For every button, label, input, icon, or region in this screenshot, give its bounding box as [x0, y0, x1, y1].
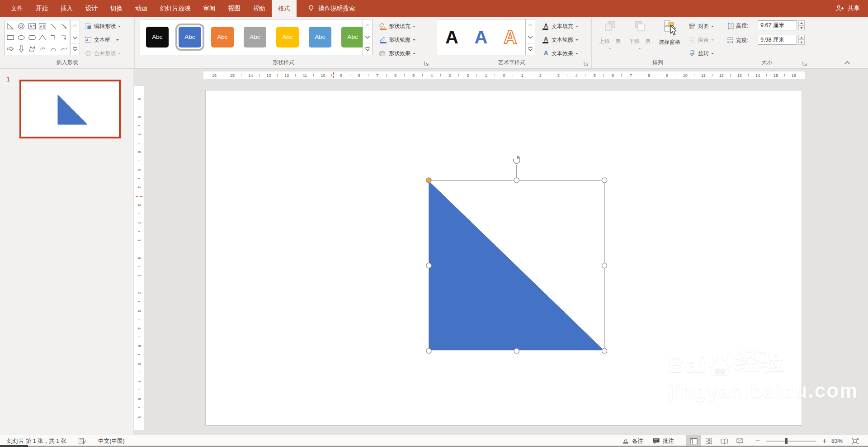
insert-shapes-group: 编辑形状 文本框 合并形状 插入形状 — [0, 17, 135, 69]
style-scroll-up-button[interactable] — [363, 19, 372, 31]
spell-check-icon[interactable] — [78, 437, 86, 445]
text-outline-button[interactable]: A 文本轮廓 — [541, 34, 580, 45]
tab-design[interactable]: 设计 — [79, 0, 104, 17]
edit-shape-label: 编辑形状 — [94, 23, 116, 30]
watermark-brand-cn: 经验 — [735, 345, 785, 378]
tab-insert[interactable]: 插入 — [54, 0, 79, 17]
vertical-text-box-icon[interactable] — [38, 22, 47, 31]
tab-view[interactable]: 视图 — [222, 0, 247, 17]
elbow-arrow-connector-icon[interactable] — [60, 33, 69, 42]
fit-to-window-icon — [851, 438, 859, 445]
height-input[interactable] — [758, 20, 797, 30]
tell-me-search[interactable]: 操作说明搜索 — [307, 0, 355, 17]
tab-home[interactable]: 开始 — [29, 0, 54, 17]
wordart-scroll-down-button[interactable] — [526, 31, 535, 43]
tab-animations[interactable]: 动画 — [129, 0, 154, 17]
horizontal-text-box-icon[interactable] — [28, 22, 37, 31]
down-arrow-shape-icon[interactable] — [17, 44, 26, 53]
width-spin-up-button[interactable] — [798, 35, 805, 40]
width-label: 宽度: — [736, 37, 748, 44]
tab-transitions[interactable]: 切换 — [104, 0, 129, 17]
share-label: 共享 — [848, 5, 860, 13]
h-ruler-tick: 0 — [495, 71, 513, 79]
language-indicator[interactable]: 中文(中国) — [98, 437, 124, 445]
tab-format[interactable]: 格式 — [272, 0, 297, 17]
powerpoint-window: 文件 开始 插入 设计 切换 动画 幻灯片放映 审阅 视图 帮助 格式 操作说明… — [0, 0, 868, 447]
h-ruler-tick: 8 — [640, 71, 658, 79]
height-row: 高度: — [727, 20, 748, 31]
width-spin-down-button[interactable] — [798, 40, 805, 45]
dropdown-caret — [711, 39, 714, 42]
person-add-icon — [835, 5, 844, 12]
rectangle-shape-icon[interactable] — [6, 33, 15, 42]
arc-shape-icon[interactable] — [49, 44, 58, 53]
tab-help[interactable]: 帮助 — [247, 0, 272, 17]
zoom-in-button[interactable]: + — [821, 437, 829, 446]
gallery-scroll-down-button[interactable] — [71, 32, 80, 44]
elbow-connector-icon[interactable] — [49, 33, 58, 42]
h-ruler-tick: 6 — [387, 71, 405, 79]
h-ruler-tick: 9 — [658, 71, 676, 79]
rotate-button[interactable]: 旋转 — [687, 48, 716, 59]
h-ruler-tick: 11 — [296, 71, 314, 79]
tab-file[interactable]: 文件 — [5, 0, 29, 17]
right-arrow-shape-icon[interactable] — [6, 44, 15, 53]
shape-style-swatch-orange[interactable]: Abc — [211, 27, 234, 48]
h-ruler-tick: 16 — [205, 71, 223, 79]
slide-counter: 幻灯片 第 1 张，共 1 张 — [7, 437, 66, 445]
height-spin-up-button[interactable] — [798, 20, 805, 25]
shape-style-swatch-gray[interactable]: Abc — [244, 27, 266, 48]
width-input[interactable] — [758, 35, 797, 45]
shape-style-swatch-blue-selected[interactable]: Abc — [179, 27, 201, 48]
shape-outline-button[interactable]: 形状轮廓 — [377, 34, 417, 45]
shape-style-swatch-green[interactable]: Abc — [341, 27, 364, 48]
zoom-out-button[interactable]: − — [754, 437, 762, 446]
isosceles-triangle-shape-icon[interactable] — [38, 33, 47, 42]
shape-style-swatch-gold[interactable]: Abc — [276, 27, 299, 48]
gallery-scroll-up-button[interactable] — [71, 20, 80, 32]
zoom-slider[interactable] — [766, 441, 816, 442]
h-ruler-tick: 2 — [459, 71, 477, 79]
edit-shape-button[interactable]: 编辑形状 — [83, 21, 123, 32]
curve-shape-icon[interactable] — [60, 44, 69, 53]
shape-style-swatch-lightblue[interactable]: Abc — [309, 27, 331, 48]
text-fill-button[interactable]: A 文本填充 — [541, 21, 580, 32]
text-effects-button[interactable]: A 文本效果 — [541, 48, 580, 59]
zoom-slider-thumb[interactable] — [785, 438, 788, 444]
align-button[interactable]: 对齐 — [687, 21, 716, 32]
text-box-button[interactable]: 文本框 — [83, 34, 121, 45]
zoom-level[interactable]: 83% — [831, 438, 843, 444]
notes-icon — [622, 438, 629, 445]
collapse-ribbon-button[interactable] — [842, 58, 853, 67]
outline-color-bar — [380, 42, 387, 43]
wordart-scroll-up-button[interactable] — [526, 19, 535, 31]
shape-style-swatch-black[interactable]: Abc — [146, 27, 169, 48]
rounded-rectangle-shape-icon[interactable] — [28, 33, 37, 42]
style-more-button[interactable] — [363, 43, 372, 55]
h-ruler-tick: 10 — [314, 71, 332, 79]
wordart-more-button[interactable] — [526, 43, 535, 55]
wordart-sample-orange-outline[interactable]: A — [496, 20, 524, 54]
shape-fill-button[interactable]: 形状填充 — [377, 21, 417, 32]
wordart-sample-black[interactable]: A — [438, 20, 466, 54]
oval-shape-icon[interactable] — [17, 33, 26, 42]
tab-review[interactable]: 审阅 — [197, 0, 222, 17]
donut-shape-icon[interactable] — [17, 22, 26, 31]
v-ruler-tick: 4 — [134, 319, 144, 337]
freeform-shape-icon[interactable] — [28, 44, 37, 53]
scribble-shape-icon[interactable] — [38, 44, 47, 53]
edit-shape-icon — [85, 23, 92, 30]
shape-effects-button[interactable]: 形状效果 — [377, 48, 417, 59]
share-button[interactable]: 共享 — [835, 0, 860, 17]
right-triangle-shape-icon[interactable] — [6, 22, 15, 31]
width-row: 宽度: — [727, 35, 748, 46]
slide-1-thumbnail[interactable] — [19, 80, 121, 138]
tab-slideshow[interactable]: 幻灯片放映 — [154, 0, 197, 17]
gallery-more-button[interactable] — [71, 43, 80, 55]
line-shape-icon[interactable] — [49, 22, 58, 31]
h-ruler-tick: 2 — [531, 71, 549, 79]
style-scroll-down-button[interactable] — [363, 31, 372, 43]
line-arrow-shape-icon[interactable] — [60, 22, 69, 31]
wordart-sample-blue[interactable]: A — [467, 20, 495, 54]
height-spin-down-button[interactable] — [798, 25, 805, 30]
